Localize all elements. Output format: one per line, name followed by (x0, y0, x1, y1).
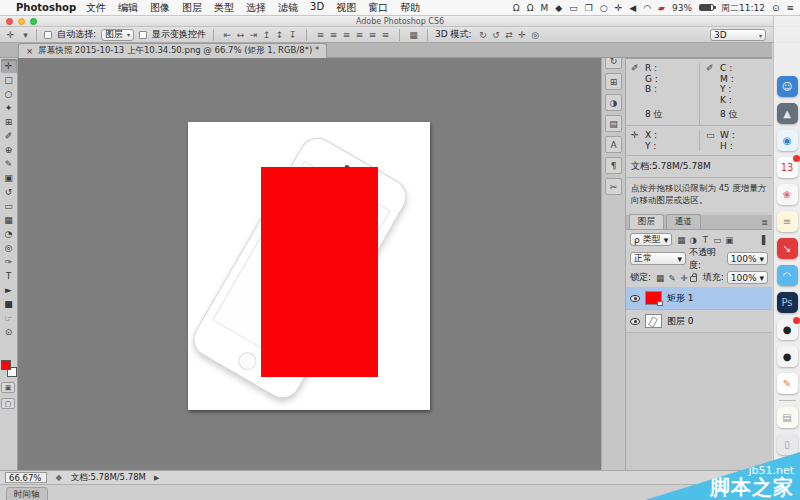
layer-thumbnail[interactable] (645, 291, 662, 305)
3d-drag-icon[interactable]: ⇄ (503, 30, 516, 40)
accessibility-icon[interactable]: ✛ (615, 0, 623, 16)
layer-filter-toggle-icon[interactable]: ▐ (756, 235, 768, 245)
3d-slide-icon[interactable]: ✛ (516, 30, 529, 40)
menu-layer[interactable]: 图层 (182, 1, 202, 15)
menu-select[interactable]: 选择 (246, 1, 266, 15)
move-tool[interactable]: ✛ (1, 59, 17, 73)
swatches-panel-icon[interactable]: ⊞ (605, 73, 622, 90)
lasso-tool[interactable]: ○ (1, 87, 17, 101)
dock-photoshop[interactable]: Ps (777, 292, 798, 313)
filter-shape-layers-icon[interactable]: ▭ (711, 235, 723, 245)
battery-icon[interactable] (699, 4, 714, 11)
layer-filter-select[interactable]: ρ 类型 ▾ (630, 233, 672, 246)
lock-position-icon[interactable]: ✛ (678, 273, 690, 283)
red-rectangle-shape[interactable] (261, 167, 378, 377)
gradient-tool[interactable]: ▦ (1, 213, 17, 227)
close-tab-icon[interactable]: × (26, 46, 33, 56)
filter-pixel-layers-icon[interactable]: ▦ (675, 235, 687, 245)
layer-visibility-eye-icon[interactable] (630, 295, 640, 302)
sync-icon[interactable]: ○ (600, 0, 608, 16)
clock-label[interactable]: 周二11:12 (721, 0, 765, 16)
dock-qq-2[interactable]: ● (777, 346, 798, 367)
panel-menu-icon[interactable]: ≣ (761, 218, 768, 227)
distribute-right-edges-icon[interactable]: ≡ (379, 30, 392, 40)
opacity-select[interactable]: 100% ▾ (727, 252, 768, 265)
spotlight-icon[interactable]: ⊙ (772, 0, 780, 16)
rectangle-shape-tool[interactable]: ■ (1, 297, 17, 311)
input-flag-icon[interactable]: ▰ (658, 0, 665, 16)
zoom-level-input[interactable]: 66.67% (5, 472, 47, 483)
canvas-area[interactable] (18, 58, 601, 470)
align-right-edges-icon[interactable]: ⇥ (247, 30, 260, 40)
dock-notes[interactable]: ≡ (777, 211, 798, 232)
blur-tool[interactable]: ◔ (1, 227, 17, 241)
3d-rotate-icon[interactable]: ↻ (477, 30, 490, 40)
layer-name[interactable]: 图层 0 (667, 315, 694, 328)
align-vertical-centers-icon[interactable]: ↕ (273, 30, 286, 40)
dock-finder[interactable]: ☺ (777, 76, 798, 97)
close-window-icon[interactable] (6, 18, 13, 25)
blend-mode-select[interactable]: 正常 ▾ (630, 252, 686, 265)
crop-tool[interactable]: ⊞ (1, 115, 17, 129)
distribute-top-edges-icon[interactable]: ≡ (314, 30, 327, 40)
dock-trash[interactable]: ▯ (777, 434, 798, 455)
wifi-icon[interactable]: ◠ (643, 0, 651, 16)
align-top-edges-icon[interactable]: ↥ (260, 30, 273, 40)
menu-file[interactable]: 文件 (86, 1, 106, 15)
layer-comps-panel-icon[interactable]: ▤ (605, 115, 622, 132)
auto-align-layers-icon[interactable]: ▦ (407, 30, 420, 40)
layer-row-layer-0[interactable]: 图层 0 (626, 310, 772, 333)
adjustments-panel-icon[interactable]: ◑ (605, 94, 622, 111)
tab-channels[interactable]: 通道 (666, 214, 701, 229)
auto-select-checkbox[interactable] (44, 31, 52, 39)
dock-sharing-app[interactable]: ↘ (777, 238, 798, 259)
eyedropper-tool[interactable]: ✐ (1, 129, 17, 143)
3d-scale-icon[interactable]: ◎ (529, 30, 542, 40)
show-transform-checkbox[interactable] (139, 31, 147, 39)
document-tab[interactable]: × 屏幕快照 2015-10-13 上午10.34.50.png @ 66.7%… (18, 43, 327, 58)
menu-filter[interactable]: 滤镜 (278, 1, 298, 15)
brush-tool[interactable]: ✎ (1, 157, 17, 171)
menu-help[interactable]: 帮助 (400, 1, 420, 15)
quick-selection-tool[interactable]: ✦ (1, 101, 17, 115)
distribute-horizontal-centers-icon[interactable]: ≡ (366, 30, 379, 40)
notification-bell-icon[interactable]: Ω (513, 0, 520, 16)
menu-image[interactable]: 图像 (150, 1, 170, 15)
menu-window[interactable]: 窗口 (368, 1, 388, 15)
tool-preset-caret-icon[interactable]: ▾ (22, 30, 29, 40)
dock-launchpad[interactable]: ▲ (777, 103, 798, 124)
input-method-icon[interactable]: M (541, 0, 549, 16)
dock-photos[interactable]: ❀ (777, 184, 798, 205)
display-icon[interactable]: ▭ (569, 0, 578, 16)
align-left-edges-icon[interactable]: ⇤ (221, 30, 234, 40)
foreground-color-swatch[interactable] (1, 360, 11, 370)
app-menu-title[interactable]: Photoshop (16, 2, 76, 13)
history-brush-tool[interactable]: ↺ (1, 185, 17, 199)
dock-calendar[interactable]: 13 (777, 157, 798, 178)
zoom-window-icon[interactable] (30, 18, 37, 25)
tool-presets-panel-icon[interactable]: ✂ (605, 178, 622, 195)
filter-adjustment-layers-icon[interactable]: ◑ (687, 235, 699, 245)
rectangular-marquee-tool[interactable]: □ (1, 73, 17, 87)
distribute-bottom-edges-icon[interactable]: ≡ (340, 30, 353, 40)
layer-thumbnail[interactable] (645, 314, 662, 328)
clone-stamp-tool[interactable]: ▣ (1, 171, 17, 185)
lock-all-icon[interactable] (690, 276, 697, 282)
tab-timeline[interactable]: 时间轴 (6, 487, 48, 500)
3d-roll-icon[interactable]: ↺ (490, 30, 503, 40)
align-horizontal-centers-icon[interactable]: ↔ (234, 30, 247, 40)
document-canvas[interactable] (188, 122, 430, 410)
security-shield-icon[interactable]: ◆ (555, 0, 562, 16)
spot-healing-brush-tool[interactable]: ⊕ (1, 143, 17, 157)
menu-edit[interactable]: 编辑 (118, 1, 138, 15)
workspace-select[interactable]: 3D ▾ (710, 29, 766, 41)
volume-icon[interactable]: ◀ (629, 0, 636, 16)
distribute-left-edges-icon[interactable]: ≡ (353, 30, 366, 40)
menu-3d[interactable]: 3D (310, 1, 324, 15)
type-tool[interactable]: T (1, 269, 17, 283)
menu-view[interactable]: 视图 (336, 1, 356, 15)
pen-tool[interactable]: ✑ (1, 255, 17, 269)
lock-transparent-pixels-icon[interactable]: ▦ (654, 273, 666, 283)
dock-qq-1[interactable]: ● (777, 319, 798, 340)
minimize-window-icon[interactable] (18, 18, 25, 25)
